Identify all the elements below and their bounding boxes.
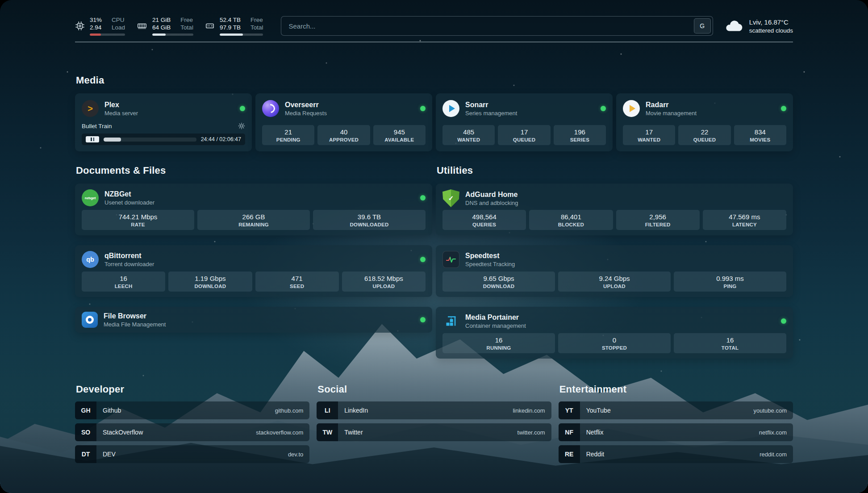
nzbget-card[interactable]: nzbget NZBGet Usenet downloader 744.21 M… [75,184,432,235]
dashboard-screen: 31% CPU 2.94 Load 21 GiB Free 64 GiB Tot… [0,0,868,493]
cpu-load-label: Load [112,24,125,31]
portainer-card[interactable]: Media Portainer Container management 16R… [436,307,793,359]
plex-card[interactable]: > Plex Media server Bullet Train [75,93,252,151]
cpu-label: CPU [112,16,125,24]
utilities-section-title: Utilities [437,165,793,176]
cloud-icon [725,19,743,33]
bookmark-url: netflix.com [759,429,787,436]
top-bar: 31% CPU 2.94 Load 21 GiB Free 64 GiB Tot… [75,0,793,36]
bookmark-github[interactable]: GH Github github.com [75,401,309,419]
qbittorrent-icon: qb [82,251,99,268]
bookmark-abbr: LI [317,401,338,419]
media-grid: > Plex Media server Bullet Train [75,93,793,151]
status-dot [420,195,426,201]
overseerr-card[interactable]: Overseerr Media Requests 21PENDING 40APP… [255,93,432,151]
sonarr-card[interactable]: Sonarr Series management 485WANTED 17QUE… [436,93,613,151]
utilities-column: Utilities AdGuard Home DNS and adblockin… [436,165,793,359]
sonarr-icon [442,100,459,117]
service-name: qBittorrent [104,252,154,260]
radarr-card[interactable]: Radarr Movie management 17WANTED 22QUEUE… [616,93,793,151]
status-dot [420,257,426,262]
gear-icon[interactable] [238,122,245,130]
filebrowser-icon [82,312,98,328]
disk-free: 52.4 TB [220,16,241,24]
stat-upload: 9.24 GbpsUPLOAD [558,272,671,292]
ram-free: 21 GiB [152,16,171,24]
service-subtitle: Media Requests [285,110,327,117]
stat-pending: 21PENDING [262,125,314,145]
qbittorrent-card[interactable]: qb qBittorrent Torrent downloader 16LEEC… [75,245,432,297]
bookmark-name: Github [103,407,121,414]
ram-free-label: Free [180,16,193,24]
bookmark-url: stackoverflow.com [256,429,303,436]
service-name: Speedtest [465,252,515,260]
speedtest-card[interactable]: Speedtest Speedtest Tracking 9.65 GbpsDO… [436,245,793,297]
bookmark-abbr: DT [75,445,96,463]
service-name: File Browser [104,312,166,320]
bookmark-url: youtube.com [754,407,787,414]
search-engine-button[interactable]: G [694,18,711,33]
weather-location: Lviv, 16.87°C [749,18,793,26]
bookmark-linkedin[interactable]: LI LinkedIn linkedin.com [317,401,551,419]
entertainment-column: Entertainment YT YouTube youtube.com NF … [559,384,793,463]
weather-widget: Lviv, 16.87°C scattered clouds [725,18,793,34]
pause-button[interactable] [86,136,99,142]
service-name: Sonarr [465,101,517,109]
bookmark-url: reddit.com [760,451,787,458]
bookmark-url: twitter.com [517,429,545,436]
bookmark-url: dev.to [288,451,303,458]
bookmark-abbr: NF [559,423,580,441]
service-subtitle: Container management [465,322,526,329]
stat-running: 16RUNNING [442,333,555,353]
filebrowser-card[interactable]: File Browser Media File Management [75,307,432,333]
stat-queries: 498,564QUERIES [442,210,526,230]
bookmark-reddit[interactable]: RE Reddit reddit.com [559,445,793,463]
portainer-icon [442,313,459,330]
service-subtitle: Media server [104,110,138,117]
ram-total-label: Total [180,24,193,31]
stat-stopped: 0STOPPED [558,333,671,353]
cpu-widget: 31% CPU 2.94 Load [75,16,125,36]
developer-column: Developer GH Github github.com SO StackO… [75,384,309,463]
bookmark-name: Netflix [586,429,604,436]
service-name: AdGuard Home [465,191,518,199]
bookmark-stackoverflow[interactable]: SO StackOverflow stackoverflow.com [75,423,309,441]
ram-progress-bar [152,33,193,36]
bookmark-name: StackOverflow [103,429,143,436]
cpu-percent: 31% [90,16,102,24]
status-dot [240,106,245,111]
service-name: NZBGet [104,190,154,198]
bookmark-youtube[interactable]: YT YouTube youtube.com [559,401,793,419]
bookmark-abbr: GH [75,401,96,419]
bookmark-name: Reddit [586,451,604,458]
playback-progress[interactable] [104,138,196,142]
search-input[interactable] [281,16,713,36]
bookmark-url: linkedin.com [513,407,545,414]
service-name: Radarr [646,101,697,109]
stat-leech: 16LEECH [82,272,165,292]
service-subtitle: DNS and adblocking [465,200,518,206]
status-dot [420,317,426,322]
bookmark-twitter[interactable]: TW Twitter twitter.com [317,423,551,441]
ram-total: 64 GiB [152,24,171,31]
bookmark-dev[interactable]: DT DEV dev.to [75,445,309,463]
stat-upload: 618.52 MbpsUPLOAD [342,272,426,292]
service-subtitle: Movie management [646,110,697,117]
bookmark-name: Twitter [344,429,363,436]
developer-section-title: Developer [76,384,309,395]
media-section-title: Media [76,75,793,86]
stat-queued: 17QUEUED [498,125,550,145]
status-dot [781,318,786,324]
adguard-card[interactable]: AdGuard Home DNS and adblocking 498,564Q… [436,184,793,235]
documents-section-title: Documents & Files [76,165,432,176]
bookmark-netflix[interactable]: NF Netflix netflix.com [559,423,793,441]
stat-queued: 22QUEUED [678,125,730,145]
bookmark-abbr: RE [559,445,580,463]
playback-time: 24:44 / 02:06:47 [201,136,241,142]
bookmark-abbr: YT [559,401,580,419]
stat-blocked: 86,401BLOCKED [529,210,613,230]
bookmark-name: DEV [103,451,116,458]
service-subtitle: Speedtest Tracking [465,261,515,267]
service-subtitle: Media File Management [104,321,166,328]
bookmark-name: LinkedIn [344,407,368,414]
